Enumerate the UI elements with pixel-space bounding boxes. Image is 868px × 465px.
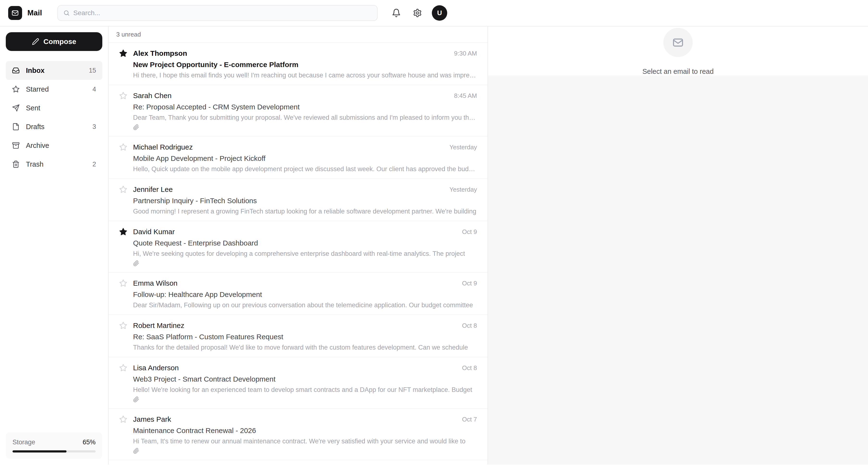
- email-sender: James Park: [133, 415, 456, 424]
- email-sender: Robert Martinez: [133, 321, 456, 330]
- star-toggle[interactable]: [119, 279, 127, 287]
- notifications-button[interactable]: [390, 7, 403, 19]
- topbar: Mail U: [0, 0, 868, 26]
- attachment-indicator: [133, 260, 477, 267]
- email-subject: Re: Proposal Accepted - CRM System Devel…: [133, 103, 477, 112]
- email-snippet: Dear Sir/Madam, Following up on our prev…: [133, 301, 477, 309]
- email-subject: Web3 Project - Smart Contract Developmen…: [133, 375, 477, 384]
- star-icon: [119, 279, 127, 287]
- email-row[interactable]: Sarah Chen 8:45 AM Re: Proposal Accepted…: [108, 85, 488, 137]
- email-subject: Re: SaaS Platform - Custom Features Requ…: [133, 332, 477, 342]
- star-toggle[interactable]: [119, 49, 127, 57]
- paperclip-icon: [133, 396, 139, 403]
- star-icon: [12, 85, 20, 93]
- star-toggle[interactable]: [119, 228, 127, 236]
- email-sender: Sarah Chen: [133, 91, 448, 100]
- star-toggle[interactable]: [119, 185, 127, 194]
- email-sender: Alex Thompson: [133, 49, 448, 58]
- attachment-indicator: [133, 448, 477, 455]
- sidebar-item-inbox[interactable]: Inbox 15: [6, 61, 102, 80]
- star-toggle[interactable]: [119, 321, 127, 330]
- email-snippet: Hello, Quick update on the mobile app de…: [133, 165, 477, 173]
- star-icon: [119, 321, 127, 330]
- email-time: Oct 8: [462, 364, 477, 372]
- email-snippet: Hello! We're looking for an experienced …: [133, 386, 477, 394]
- compose-button[interactable]: Compose: [6, 32, 102, 51]
- sidebar-item-label: Inbox: [26, 67, 83, 75]
- sidebar-item-label: Trash: [26, 161, 86, 168]
- email-time: Oct 7: [462, 416, 477, 423]
- email-subject: Follow-up: Healthcare App Development: [133, 290, 477, 299]
- storage-progressbar: [12, 451, 96, 453]
- email-sender: Michael Rodriguez: [133, 143, 444, 151]
- email-time: Oct 9: [462, 228, 477, 236]
- email-row[interactable]: Robert Martinez Oct 8 Re: SaaS Platform …: [108, 315, 488, 357]
- paperclip-icon: [133, 124, 139, 130]
- star-icon: [119, 143, 127, 151]
- paperclip-icon: [133, 448, 139, 454]
- sidebar-item-drafts[interactable]: Drafts 3: [6, 117, 102, 136]
- star-toggle[interactable]: [119, 415, 127, 424]
- sidebar: Compose Inbox 15 Starred 4 Sent Drafts 3…: [0, 26, 108, 465]
- empty-state-text: Select an email to read: [643, 67, 714, 76]
- email-time: 8:45 AM: [454, 92, 477, 99]
- email-row[interactable]: David Kumar Oct 9 Quote Request - Enterp…: [108, 221, 488, 273]
- trash-icon: [12, 161, 20, 168]
- email-time: 9:30 AM: [454, 50, 477, 57]
- email-snippet: Good morning! I represent a growing FinT…: [133, 207, 477, 215]
- search-icon: [63, 10, 70, 16]
- send-icon: [12, 104, 20, 112]
- user-avatar[interactable]: U: [432, 5, 447, 21]
- compose-label: Compose: [43, 37, 76, 46]
- star-icon: [119, 92, 127, 100]
- email-row[interactable]: Michael Rodriguez Yesterday Mobile App D…: [108, 137, 488, 179]
- email-list: 3 unread Alex Thompson 9:30 AM New Proje…: [108, 26, 488, 465]
- email-row[interactable]: Emma Wilson Oct 9 Follow-up: Healthcare …: [108, 273, 488, 315]
- email-row[interactable]: James Park Oct 7 Maintenance Contract Re…: [108, 409, 488, 460]
- sidebar-item-count: 15: [89, 67, 96, 74]
- email-row[interactable]: Alex Thompson 9:30 AM New Project Opport…: [108, 43, 488, 85]
- email-time: Yesterday: [450, 144, 477, 151]
- sidebar-item-label: Drafts: [26, 123, 86, 131]
- pencil-icon: [32, 38, 39, 45]
- email-snippet: Hi there, I hope this email finds you we…: [133, 71, 477, 79]
- sidebar-item-count: 4: [92, 86, 96, 93]
- star-toggle[interactable]: [119, 143, 127, 151]
- bell-icon: [392, 8, 401, 18]
- sidebar-item-count: 2: [92, 161, 96, 168]
- sidebar-item-sent[interactable]: Sent: [6, 98, 102, 117]
- app-logo: [8, 6, 22, 20]
- email-subject: Maintenance Contract Renewal - 2026: [133, 426, 477, 435]
- email-subject: Partnership Inquiry - FinTech Solutions: [133, 196, 477, 205]
- storage-label: Storage: [12, 439, 35, 446]
- main-layout: Compose Inbox 15 Starred 4 Sent Drafts 3…: [0, 26, 868, 465]
- gear-icon: [413, 8, 422, 18]
- email-subject: Quote Request - Enterprise Dashboard: [133, 238, 477, 248]
- email-snippet: Dear Team, Thank you for submitting your…: [133, 114, 477, 122]
- email-row[interactable]: Lisa Anderson Oct 8 Web3 Project - Smart…: [108, 357, 488, 409]
- sidebar-item-starred[interactable]: Starred 4: [6, 80, 102, 98]
- star-icon: [119, 364, 127, 372]
- star-toggle[interactable]: [119, 92, 127, 100]
- sidebar-item-trash[interactable]: Trash 2: [6, 155, 102, 174]
- app-title: Mail: [27, 9, 42, 17]
- unread-summary: 3 unread: [108, 26, 488, 43]
- settings-button[interactable]: [411, 7, 424, 19]
- reading-pane: Select an email to read: [488, 26, 868, 465]
- sidebar-item-label: Starred: [26, 85, 86, 93]
- inbox-icon: [12, 67, 20, 74]
- search-box[interactable]: [57, 5, 377, 21]
- attachment-indicator: [133, 124, 477, 131]
- email-time: Oct 8: [462, 322, 477, 329]
- email-sender: Emma Wilson: [133, 279, 456, 288]
- email-row[interactable]: Jennifer Lee Yesterday Partnership Inqui…: [108, 179, 488, 221]
- sidebar-item-count: 3: [92, 123, 96, 130]
- star-icon: [119, 49, 127, 57]
- email-time: Yesterday: [450, 186, 477, 193]
- search-input[interactable]: [73, 9, 372, 17]
- empty-state: Select an email to read: [488, 26, 868, 76]
- email-snippet: Thanks for the detailed proposal! We'd l…: [133, 343, 477, 351]
- star-toggle[interactable]: [119, 364, 127, 372]
- email-sender: Jennifer Lee: [133, 185, 444, 194]
- sidebar-item-archive[interactable]: Archive: [6, 136, 102, 155]
